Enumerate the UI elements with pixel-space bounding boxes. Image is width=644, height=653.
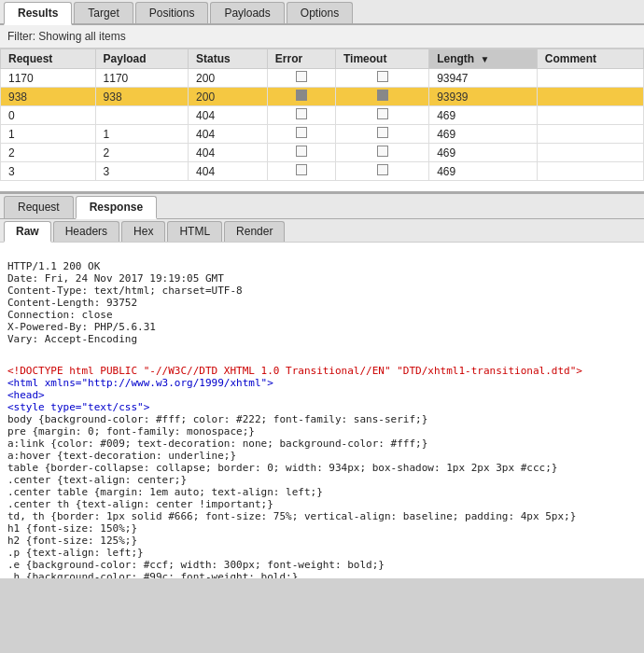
timeout-checkbox[interactable] <box>377 90 388 101</box>
subtab-headers[interactable]: Headers <box>53 221 119 242</box>
tab-positions[interactable]: Positions <box>135 2 209 23</box>
tab-payloads[interactable]: Payloads <box>210 2 284 23</box>
mid-tab-bar: Request Response <box>0 193 644 219</box>
timeout-checkbox[interactable] <box>377 108 388 119</box>
sub-tab-bar: Raw Headers Hex HTML Render <box>0 219 644 243</box>
table-row[interactable]: 11404469 <box>1 125 644 144</box>
col-length[interactable]: Length ▼ <box>429 49 538 69</box>
col-comment[interactable]: Comment <box>537 49 643 69</box>
html-content-line: <style type="text/css"> <box>7 401 637 413</box>
col-request[interactable]: Request <box>1 49 96 69</box>
html-content-line: .center table {margin: 1em auto; text-al… <box>7 486 637 498</box>
subtab-html[interactable]: HTML <box>167 221 222 242</box>
tab-response[interactable]: Response <box>76 196 157 219</box>
tab-options[interactable]: Options <box>287 2 353 23</box>
table-row[interactable]: 22404469 <box>1 144 644 162</box>
table-row[interactable]: 33404469 <box>1 162 644 181</box>
html-content-line: body {background-color: #fff; color: #22… <box>7 413 637 425</box>
html-content-line: table {border-collapse: collapse; border… <box>7 462 637 474</box>
html-content-line: h1 {font-size: 150%;} <box>7 522 637 535</box>
html-content-line: <head> <box>7 389 637 401</box>
tab-request[interactable]: Request <box>4 196 74 218</box>
html-content-line: <!DOCTYPE html PUBLIC "-//W3C//DTD XHTML… <box>7 365 637 377</box>
response-content: HTTP/1.1 200 OKDate: Fri, 24 Nov 2017 19… <box>0 243 644 578</box>
html-content-line: .p {text-align: left;} <box>7 547 637 559</box>
top-tab-bar: Results Target Positions Payloads Option… <box>0 0 644 25</box>
tab-results[interactable]: Results <box>4 2 72 25</box>
html-content-line: pre {margin: 0; font-family: monospace;} <box>7 425 637 438</box>
results-table-wrap: Request Payload Status Error Timeout Len… <box>0 49 644 193</box>
subtab-raw[interactable]: Raw <box>4 221 51 243</box>
timeout-checkbox[interactable] <box>377 71 388 82</box>
table-header-row: Request Payload Status Error Timeout Len… <box>1 49 644 69</box>
filter-bar: Filter: Showing all items <box>0 25 644 49</box>
html-content-line: a:link {color: #009; text-decoration: no… <box>7 438 637 450</box>
subtab-render[interactable]: Render <box>224 221 285 242</box>
table-row[interactable]: 93893820093939 <box>1 88 644 106</box>
error-checkbox[interactable] <box>296 90 307 101</box>
error-checkbox[interactable] <box>296 127 307 138</box>
error-checkbox[interactable] <box>296 164 307 175</box>
html-content-line: .e {background-color: #ccf; width: 300px… <box>7 559 637 571</box>
timeout-checkbox[interactable] <box>377 146 388 157</box>
col-timeout[interactable]: Timeout <box>335 49 428 69</box>
html-content-line: <html xmlns="http://www.w3.org/1999/xhtm… <box>7 377 637 389</box>
html-content-line: td, th {border: 1px solid #666; font-siz… <box>7 510 637 522</box>
col-payload[interactable]: Payload <box>95 49 189 69</box>
tab-target[interactable]: Target <box>74 2 133 23</box>
html-content-line: .center th {text-align: center !importan… <box>7 498 637 510</box>
timeout-checkbox[interactable] <box>377 127 388 138</box>
error-checkbox[interactable] <box>296 71 307 82</box>
error-checkbox[interactable] <box>296 108 307 119</box>
html-content-line: .center {text-align: center;} <box>7 474 637 486</box>
subtab-hex[interactable]: Hex <box>121 221 165 242</box>
error-checkbox[interactable] <box>296 146 307 157</box>
filter-label: Filter: Showing all items <box>7 30 126 43</box>
sort-arrow-icon: ▼ <box>480 54 489 64</box>
table-row[interactable]: 1170117020093947 <box>1 69 644 88</box>
html-content-line: .h {background-color: #99c; font-weight:… <box>7 571 637 578</box>
timeout-checkbox[interactable] <box>377 164 388 175</box>
table-row[interactable]: 0404469 <box>1 106 644 125</box>
col-status[interactable]: Status <box>189 49 268 69</box>
html-content-line: h2 {font-size: 125%;} <box>7 535 637 547</box>
html-content-line: a:hover {text-decoration: underline;} <box>7 450 637 462</box>
results-table: Request Payload Status Error Timeout Len… <box>0 49 644 181</box>
http-header: HTTP/1.1 200 OKDate: Fri, 24 Nov 2017 19… <box>7 260 637 345</box>
col-error[interactable]: Error <box>267 49 335 69</box>
